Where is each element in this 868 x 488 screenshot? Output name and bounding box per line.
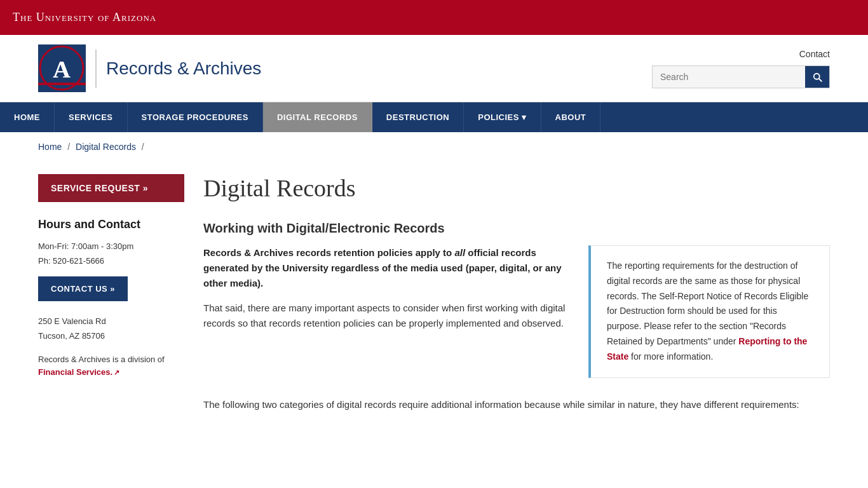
header-right: Contact (652, 49, 830, 88)
top-bar: The University of Arizona (0, 0, 868, 35)
content-columns: Records & Archives records retention pol… (203, 245, 830, 378)
university-title: The University of Arizona (13, 11, 156, 24)
content-right-sidebar: The reporting requirements for the destr… (588, 245, 830, 378)
division-text: Records & Archives is a division of (38, 355, 165, 364)
nav-bar: HOME SERVICES STORAGE PROCEDURES DIGITAL… (0, 102, 868, 132)
address: 250 E Valencia Rd Tucson, AZ 85706 (38, 314, 184, 344)
logo-area: A A Records & Archives (38, 44, 261, 92)
page-title: Digital Records (203, 174, 830, 202)
phone-number: Ph: 520-621-5666 (38, 254, 184, 268)
bold-paragraph: Records & Archives records retention pol… (203, 245, 576, 291)
nav-item-storage[interactable]: STORAGE PROCEDURES (128, 102, 263, 132)
breadcrumb: Home / Digital Records / (0, 132, 868, 161)
breadcrumb-current[interactable]: Digital Records (76, 142, 136, 152)
sidebar: SERVICE REQUEST » Hours and Contact Mon-… (38, 174, 184, 412)
breadcrumb-home[interactable]: Home (38, 142, 62, 152)
normal-paragraph: That said, there are many important aspe… (203, 301, 576, 331)
logo-divider (95, 50, 97, 88)
sidebar-note: The reporting requirements for the destr… (607, 259, 813, 365)
following-paragraph: The following two categories of digital … (203, 397, 830, 412)
section-title: Working with Digital/Electronic Records (203, 221, 830, 236)
financial-services-link[interactable]: Financial Services.↗ (38, 367, 119, 377)
contact-link[interactable]: Contact (799, 49, 830, 59)
hours-text: Mon-Fri: 7:00am - 3:30pm Ph: 520-621-566… (38, 239, 184, 269)
search-icon (811, 71, 823, 83)
hours-line1: Mon-Fri: 7:00am - 3:30pm (38, 239, 184, 254)
breadcrumb-sep2: / (142, 142, 144, 152)
main-content: SERVICE REQUEST » Hours and Contact Mon-… (0, 161, 868, 438)
service-request-button[interactable]: SERVICE REQUEST » (38, 174, 184, 202)
logo-text: Records & Archives (106, 58, 261, 79)
page-content: Digital Records Working with Digital/Ele… (203, 174, 830, 412)
address-line1: 250 E Valencia Rd (38, 314, 184, 329)
header: A A Records & Archives Contact (0, 35, 868, 102)
bold-para-italic: all (454, 247, 465, 258)
nav-item-services[interactable]: SERVICES (55, 102, 128, 132)
sidebar-note-suffix: for more information. (628, 351, 713, 362)
search-button[interactable] (805, 66, 829, 88)
nav-item-home[interactable]: HOME (0, 102, 55, 132)
address-line2: Tucson, AZ 85706 (38, 329, 184, 343)
nav-item-about[interactable]: ABOUT (541, 102, 601, 132)
nav-item-digital-records[interactable]: DIGITAL RECORDS (263, 102, 372, 132)
ua-logo: A A (38, 44, 86, 92)
external-link-icon: ↗ (114, 367, 119, 379)
nav-item-policies[interactable]: POLICIES ▾ (464, 102, 541, 132)
search-box (652, 65, 830, 88)
content-left: Records & Archives records retention pol… (203, 245, 588, 378)
nav-item-destruction[interactable]: DESTRUCTION (372, 102, 464, 132)
svg-text:A: A (53, 56, 71, 83)
division-info: Records & Archives is a division of Fina… (38, 353, 184, 380)
contact-us-button[interactable]: CONTACT US » (38, 276, 128, 301)
sidebar-note-text: The reporting requirements for the destr… (607, 261, 808, 346)
bold-para-prefix: Records & Archives records retention pol… (203, 247, 454, 258)
hours-contact-title: Hours and Contact (38, 218, 184, 231)
breadcrumb-sep1: / (67, 142, 72, 152)
search-input[interactable] (653, 67, 805, 87)
